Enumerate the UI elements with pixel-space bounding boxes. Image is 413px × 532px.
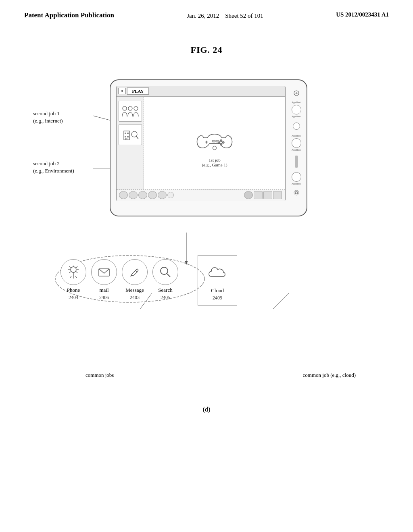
phone-label: Phone — [67, 287, 80, 293]
bottom-icon-4 — [148, 191, 157, 199]
svg-line-45 — [137, 269, 138, 270]
svg-line-36 — [76, 266, 77, 268]
left-panel — [117, 97, 144, 201]
right-btn-circle-1 — [292, 105, 301, 114]
common-job-cloud-label: common job (e.g., cloud) — [303, 372, 356, 378]
svg-rect-9 — [124, 131, 129, 140]
svg-point-30 — [294, 190, 299, 195]
taskbar-play: PLAY — [127, 87, 149, 95]
svg-rect-23 — [213, 140, 215, 142]
bottom-icon-rect2 — [263, 191, 272, 199]
job-item-1 — [119, 101, 142, 122]
svg-line-46 — [137, 270, 138, 272]
figure-title: FIG. 24 — [0, 45, 413, 55]
device-illustration: 8 PLAY — [110, 79, 307, 216]
mail-label: mail — [99, 287, 108, 293]
icon-phone: Phone 2404 — [60, 259, 86, 301]
svg-line-35 — [69, 266, 71, 268]
cloud-label: Cloud — [211, 287, 224, 294]
right-btn-group-2: App Rest. App Rest. — [292, 135, 301, 152]
svg-point-19 — [220, 139, 222, 141]
svg-line-48 — [167, 274, 170, 277]
icon-message: Message 2403 — [122, 259, 148, 301]
svg-point-22 — [220, 143, 222, 145]
svg-rect-24 — [216, 140, 219, 142]
search-label: Search — [158, 287, 172, 293]
svg-line-37 — [69, 272, 71, 273]
bottom-icon-3 — [138, 191, 147, 199]
search-circle — [152, 259, 178, 285]
mail-number: 2406 — [99, 295, 109, 301]
svg-point-15 — [131, 131, 137, 137]
taskbar-icon: 8 — [118, 88, 126, 94]
cloud-number: 2409 — [213, 295, 222, 301]
bottom-icon-rect3 — [273, 191, 282, 199]
right-btn-circle-3 — [292, 138, 301, 148]
right-btn-label-2: App Rest. — [292, 115, 301, 118]
icon-mail: mail 2406 — [91, 259, 117, 301]
svg-line-42 — [75, 276, 77, 278]
right-menu-btn — [295, 156, 298, 168]
bottom-icon-1 — [119, 191, 128, 199]
svg-point-32 — [71, 267, 76, 272]
bottom-icon-5 — [158, 191, 167, 199]
svg-point-8 — [134, 106, 138, 110]
mail-circle — [91, 259, 117, 285]
icon-search: Search 2405 — [152, 259, 178, 301]
right-btn-group-1: App Rest. App Rest. — [292, 101, 301, 118]
svg-rect-14 — [125, 138, 127, 140]
svg-line-16 — [136, 136, 138, 139]
first-job-label: 1st job (e.g., Game 1) — [202, 158, 227, 167]
svg-line-41 — [70, 276, 71, 278]
message-number: 2403 — [130, 295, 140, 301]
bottom-icon-2 — [129, 191, 138, 199]
svg-line-38 — [76, 272, 77, 273]
svg-point-6 — [123, 106, 127, 110]
bottom-icon-circle — [244, 191, 253, 199]
svg-point-20 — [222, 141, 224, 143]
second-job2-label: second job 2 (e.g., Environment) — [33, 160, 74, 175]
right-btn-circle-4 — [292, 172, 301, 182]
icon-cloud: Cloud 2409 — [204, 260, 230, 301]
main-content-area: 1st job (e.g., Game 1) — [144, 97, 285, 201]
header-right: US 2012/0023431 A1 — [336, 11, 389, 18]
right-buttons: App Rest. App Rest. App Rest. App Rest. … — [289, 86, 304, 201]
sub-label: (d) — [0, 406, 413, 413]
cloud-icon — [204, 260, 230, 285]
common-jobs-label: common jobs — [86, 372, 114, 378]
svg-rect-12 — [125, 136, 126, 137]
svg-rect-13 — [127, 136, 129, 137]
svg-rect-11 — [127, 133, 129, 134]
right-btn-label-1: App Rest. — [292, 101, 301, 104]
right-btn-label-5: App Rest. — [292, 183, 301, 185]
device-screen: 8 PLAY — [116, 86, 286, 201]
screen-bottom-bar — [117, 189, 285, 201]
message-circle — [122, 259, 148, 285]
svg-point-47 — [161, 267, 168, 274]
message-label: Message — [125, 287, 144, 293]
right-btn-label-4: App Rest. — [292, 149, 301, 151]
right-btn-circle-2 — [293, 123, 300, 130]
svg-point-29 — [295, 191, 298, 194]
svg-line-44 — [136, 269, 137, 270]
svg-point-25 — [213, 146, 217, 150]
right-btn-label-3: App Rest. — [292, 135, 301, 137]
phone-number: 2404 — [69, 295, 78, 301]
right-btn-group-3: App Rest. — [292, 171, 301, 185]
search-number: 2405 — [161, 295, 170, 301]
page-header: Patent Application Publication Jan. 26, … — [0, 0, 413, 21]
bottom-icon-6 — [167, 192, 174, 198]
phone-circle — [60, 259, 86, 285]
job-item-2 — [119, 124, 142, 145]
second-job1-label: second job 1 (e.g., internet) — [33, 110, 63, 125]
svg-point-7 — [128, 106, 132, 110]
svg-rect-10 — [125, 133, 126, 134]
header-left: Patent Application Publication — [24, 11, 114, 19]
header-center: Jan. 26, 2012 Sheet 52 of 101 — [187, 11, 263, 21]
bottom-icon-rect1 — [254, 191, 263, 199]
game-controller-icon — [196, 130, 233, 154]
screen-taskbar: 8 PLAY — [117, 86, 285, 97]
